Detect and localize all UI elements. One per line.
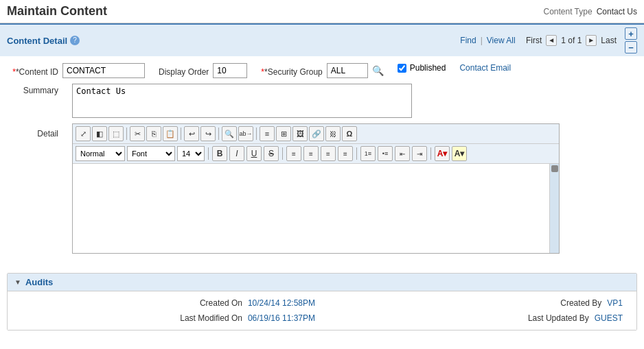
paste-icon[interactable]: 📋 [163,126,178,141]
editor-toolbar-2: Normal Font 14 B I U S ≡ ≡ ≡ ≡ 1≡ [73,144,559,164]
unlink-icon[interactable]: ⛓ [325,126,341,141]
section-header: Content Detail ? Find | View All First ◄… [0,23,644,56]
content-type-value: Contact Us [597,7,637,16]
created-on-row: Created On 10/24/14 12:58PM [21,298,315,308]
text-align-icon[interactable]: ≡ [260,126,275,141]
form-area: **Content ID Display Order **Security Gr… [0,56,644,266]
detail-label: Detail [10,123,58,139]
toolbar2-sep-1 [208,147,209,160]
editor-content[interactable] [73,164,559,253]
contact-email-link[interactable]: Contact Email [459,63,511,73]
form-row-detail: Detail ⤢ ◧ ⬚ ✂ ⎘ 📋 ↩ ↪ 🔍 ab→ ≡ ⊞ 🖼 [10,123,634,254]
audits-title: Audits [25,277,53,287]
security-group-group: **Security Group 🔍 [261,63,383,78]
bold-btn[interactable]: B [212,146,227,161]
ordered-list-btn[interactable]: 1≡ [360,146,376,161]
source-icon[interactable]: ◧ [92,126,107,141]
security-search-icon[interactable]: 🔍 [372,65,384,76]
underline-btn[interactable]: U [246,146,262,161]
editor-body[interactable] [73,164,559,253]
created-on-value: 10/24/14 12:58PM [248,298,315,308]
last-modified-label: Last Modified On [180,313,242,323]
help-icon[interactable]: ? [70,36,80,45]
audits-header: ▼ Audits [8,274,636,291]
find-replace-icon[interactable]: ab→ [238,126,253,141]
nav-controls: Find | View All First ◄ 1 of 1 ► Last + … [460,27,637,53]
toolbar2-sep-4 [430,147,431,160]
image-icon[interactable]: 🖼 [292,126,308,141]
audits-grid: Created On 10/24/14 12:58PM Created By V… [21,298,623,323]
find-icon[interactable]: 🔍 [222,126,237,141]
toolbar2-sep-3 [356,147,357,160]
display-order-label: Display Order [159,65,209,77]
style-select[interactable]: Normal [76,146,125,161]
view-all-link[interactable]: View All [487,36,516,45]
font-color-btn[interactable]: A▾ [435,146,450,161]
published-group: Published [398,63,446,73]
published-label: Published [410,63,446,73]
published-checkbox[interactable] [398,64,406,73]
font-select[interactable]: Font [127,146,175,161]
display-order-group: Display Order [159,63,247,78]
special-char-icon[interactable]: Ω [342,126,357,141]
content-type-label: Content Type [543,7,592,16]
align-full-btn[interactable]: ≡ [338,146,353,161]
created-by-value: VP1 [607,298,623,308]
table-icon[interactable]: ⊞ [276,126,291,141]
remove-row-btn[interactable]: − [625,41,637,53]
toolbar2-sep-2 [282,147,283,160]
last-updated-value: GUEST [595,313,623,323]
strikethrough-btn[interactable]: S [264,146,279,161]
rich-text-editor: ⤢ ◧ ⬚ ✂ ⎘ 📋 ↩ ↪ 🔍 ab→ ≡ ⊞ 🖼 🔗 ⛓ Ω [72,123,560,254]
summary-label: Summary [10,84,58,95]
italic-btn[interactable]: I [229,146,244,161]
summary-textarea[interactable]: Contact Us [72,84,412,118]
editor-toolbar-1: ⤢ ◧ ⬚ ✂ ⎘ 📋 ↩ ↪ 🔍 ab→ ≡ ⊞ 🖼 🔗 ⛓ Ω [73,124,559,144]
redo-icon[interactable]: ↪ [200,126,216,141]
created-by-label: Created By [560,298,601,308]
find-link[interactable]: Find [460,36,476,45]
content-id-group: **Content ID [10,63,145,78]
audits-section: ▼ Audits Created On 10/24/14 12:58PM Cre… [7,273,637,330]
align-center-btn[interactable]: ≡ [303,146,319,161]
security-group-label: **Security Group [261,65,322,77]
form-row-summary: Summary Contact Us [10,84,634,118]
created-on-label: Created On [200,298,242,308]
bg-color-btn[interactable]: A▾ [452,146,467,161]
audits-toggle-btn[interactable]: ▼ [14,278,21,286]
page-header: Maintain Content Content Type Contact Us [0,0,644,23]
unordered-list-btn[interactable]: •≡ [378,146,393,161]
toolbar-sep-4 [256,128,257,140]
copy-format-icon[interactable]: ⬚ [108,126,124,141]
audits-body: Created On 10/24/14 12:58PM Created By V… [8,291,636,330]
outdent-btn[interactable]: ⇤ [395,146,410,161]
page-info: 1 of 1 [561,36,582,45]
indent-btn[interactable]: ⇥ [412,146,427,161]
display-order-input[interactable] [213,63,247,78]
align-left-btn[interactable]: ≡ [286,146,301,161]
copy-icon[interactable]: ⎘ [146,126,161,141]
last-updated-label: Last Updated By [528,313,589,323]
next-page-btn[interactable]: ► [586,35,597,46]
cut-icon[interactable]: ✂ [130,126,145,141]
add-row-btn[interactable]: + [625,27,637,40]
content-id-input[interactable] [62,63,145,78]
last-modified-row: Last Modified On 06/19/16 11:37PM [21,313,315,323]
security-group-input[interactable] [327,63,368,78]
last-label: Last [601,36,617,45]
prev-page-btn[interactable]: ◄ [546,35,557,46]
undo-icon[interactable]: ↩ [184,126,199,141]
link-icon[interactable]: 🔗 [309,126,324,141]
last-updated-row: Last Updated By GUEST [329,313,623,323]
align-right-btn[interactable]: ≡ [321,146,336,161]
maximize-icon[interactable]: ⤢ [76,126,91,141]
font-size-select[interactable]: 14 [177,146,205,161]
content-id-label: **Content ID [10,65,58,77]
editor-scrollbar[interactable] [549,164,559,253]
form-row-1: **Content ID Display Order **Security Gr… [10,63,634,78]
created-by-row: Created By VP1 [329,298,623,308]
toolbar-sep-2 [181,128,181,140]
section-title: Content Detail [7,36,67,46]
toolbar-sep-3 [218,128,219,140]
first-label: First [526,36,542,45]
